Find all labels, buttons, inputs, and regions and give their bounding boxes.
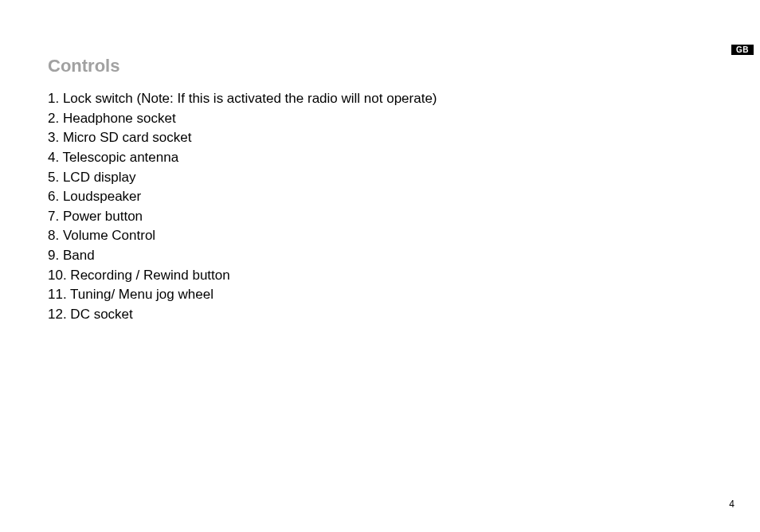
list-item: 3. Micro SD card socket [48, 128, 712, 148]
page-container: GB Controls 1. Lock switch (Note: If thi… [0, 0, 760, 532]
list-item: 10. Recording / Rewind button [48, 266, 712, 286]
list-item: 7. Power button [48, 207, 712, 227]
language-tag: GB [731, 45, 754, 55]
list-item: 5. LCD display [48, 168, 712, 188]
list-item: 4. Telescopic antenna [48, 148, 712, 168]
page-title: Controls [48, 56, 712, 76]
list-item: 8. Volume Control [48, 226, 712, 246]
list-item: 12. DC socket [48, 305, 712, 325]
list-item: 1. Lock switch (Note: If this is activat… [48, 89, 712, 109]
list-item: 6. Loudspeaker [48, 187, 712, 207]
controls-list: 1. Lock switch (Note: If this is activat… [48, 89, 712, 325]
list-item: 2. Headphone socket [48, 109, 712, 129]
list-item: 9. Band [48, 246, 712, 266]
list-item: 11. Tuning/ Menu jog wheel [48, 285, 712, 305]
page-number: 4 [729, 499, 735, 510]
